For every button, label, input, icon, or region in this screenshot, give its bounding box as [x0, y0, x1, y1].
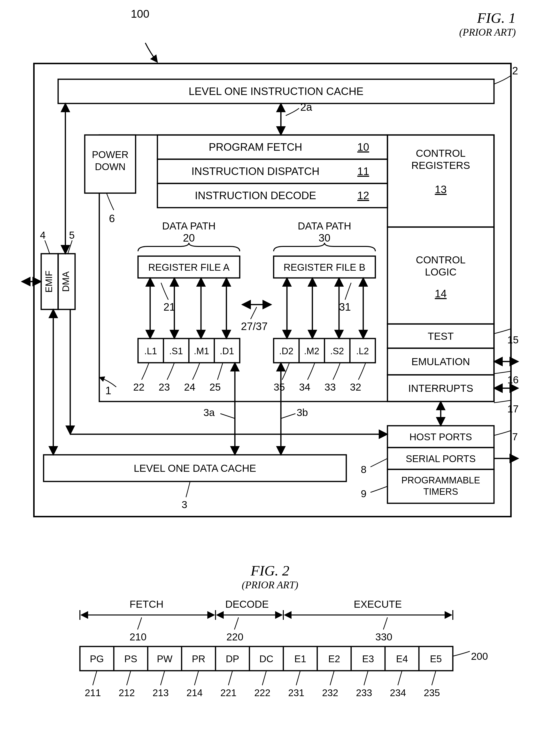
- ref-30: 30: [319, 232, 331, 244]
- stage-E4: E4: [396, 654, 408, 664]
- ref-234: 234: [390, 687, 406, 698]
- ref-25: 25: [209, 381, 221, 393]
- ref-214: 214: [187, 687, 203, 698]
- datapath-a: DATA PATH: [162, 220, 216, 232]
- ref-20: 20: [183, 232, 195, 244]
- ref-100: 100: [131, 7, 149, 20]
- ref-17: 17: [507, 403, 519, 415]
- ref-15: 15: [507, 334, 519, 345]
- fig1-diagram: LEVEL ONE INSTRUCTION CACHE 2 2a POWER D…: [10, 38, 530, 547]
- ref-3b: 3b: [297, 407, 308, 418]
- ref-2a: 2a: [300, 101, 312, 113]
- unit-L1: .L1: [144, 346, 157, 356]
- ref-1: 1: [105, 385, 111, 396]
- fig2-subtitle: (PRIOR ART): [10, 579, 530, 591]
- progtimers-2: TIMERS: [423, 486, 458, 497]
- ref-210: 210: [130, 631, 147, 643]
- powerdown-2: DOWN: [95, 161, 126, 172]
- l1icache-label: LEVEL ONE INSTRUCTION CACHE: [189, 85, 363, 97]
- stage-PR: PR: [192, 654, 205, 664]
- ref-211: 211: [85, 687, 101, 698]
- ref-23: 23: [159, 381, 170, 393]
- ref-2: 2: [512, 65, 518, 77]
- ref-13: 13: [435, 183, 447, 195]
- ref-10: 10: [357, 141, 369, 153]
- stage-PW: PW: [157, 654, 173, 664]
- unit-M2: .M2: [304, 346, 319, 356]
- unit-S1: .S1: [169, 346, 183, 356]
- ref-222: 222: [254, 687, 270, 698]
- l1dcache: LEVEL ONE DATA CACHE: [134, 463, 256, 474]
- powerdown-1: POWER: [92, 149, 128, 160]
- instdispatch: INSTRUCTION DISPATCH: [192, 165, 320, 177]
- ref-16: 16: [507, 374, 519, 386]
- unit-S2: .S2: [330, 346, 344, 356]
- ref-9: 9: [361, 488, 366, 499]
- unit-D2: .D2: [279, 346, 293, 356]
- ref-213: 213: [153, 687, 169, 698]
- stage-E3: E3: [362, 654, 374, 664]
- ref-4: 4: [40, 230, 46, 241]
- ref-220: 220: [226, 631, 243, 643]
- stage-E1: E1: [295, 654, 306, 664]
- ctrlreg-2: REGISTERS: [411, 160, 470, 171]
- ref-233: 233: [356, 687, 372, 698]
- fig1-subtitle: (PRIOR ART): [10, 26, 516, 38]
- svg-rect-46: [387, 470, 494, 503]
- ref-7: 7: [512, 431, 518, 443]
- instdecode: INSTRUCTION DECODE: [195, 189, 316, 201]
- ref-2737: 27/37: [241, 320, 268, 332]
- ref-221: 221: [220, 687, 237, 698]
- unit-M1: .M1: [194, 346, 209, 356]
- stage-E2: E2: [329, 654, 340, 664]
- interrupts: INTERRUPTS: [408, 383, 473, 394]
- ref-231: 231: [288, 687, 304, 698]
- ref-31: 31: [339, 301, 351, 313]
- progtimers-1: PROGRAMMABLE: [401, 475, 480, 485]
- ref-330: 330: [375, 631, 392, 643]
- regfileB: REGISTER FILE B: [284, 262, 365, 273]
- fig2-diagram: FETCH DECODE EXECUTE 210 220 330 PG PS P…: [10, 591, 530, 712]
- ref-34: 34: [299, 381, 311, 393]
- regfileA: REGISTER FILE A: [148, 262, 229, 273]
- decode-label: DECODE: [225, 599, 269, 610]
- stage-PS: PS: [124, 654, 137, 664]
- ctrlreg-1: CONTROL: [416, 147, 466, 159]
- dma: DMA: [61, 271, 71, 292]
- ref-232: 232: [322, 687, 338, 698]
- fig2-title: FIG. 2: [10, 562, 530, 579]
- emulation: EMULATION: [411, 356, 470, 367]
- unit-D1: .D1: [220, 346, 234, 356]
- hostports: HOST PORTS: [409, 432, 472, 442]
- ref-200: 200: [471, 651, 488, 662]
- ref-33: 33: [325, 381, 336, 393]
- ref-12: 12: [357, 189, 369, 201]
- ref-3a: 3a: [203, 407, 215, 418]
- fig1-title: FIG. 1: [10, 10, 516, 26]
- execute-label: EXECUTE: [354, 599, 402, 610]
- ref-212: 212: [119, 687, 135, 698]
- ref-3: 3: [182, 499, 187, 510]
- ctrllogic-2: LOGIC: [425, 266, 457, 278]
- ref-6: 6: [109, 213, 115, 224]
- ref-35: 35: [274, 381, 285, 393]
- ref-235: 235: [424, 687, 440, 698]
- progfetch: PROGRAM FETCH: [209, 141, 302, 153]
- serialports: SERIAL PORTS: [406, 453, 476, 464]
- stage-DP: DP: [226, 654, 239, 664]
- ref-21: 21: [164, 301, 175, 313]
- fetch-label: FETCH: [130, 599, 164, 610]
- datapath-b: DATA PATH: [298, 220, 351, 232]
- ref-8: 8: [361, 464, 366, 475]
- ref-14: 14: [435, 287, 447, 299]
- stage-E5: E5: [430, 654, 442, 664]
- stage-PG: PG: [90, 654, 104, 664]
- ref-11: 11: [357, 165, 369, 177]
- ctrllogic-1: CONTROL: [416, 254, 466, 266]
- ref-22: 22: [133, 381, 145, 393]
- stage-DC: DC: [259, 654, 273, 664]
- ref-32: 32: [350, 381, 361, 393]
- emif: EMIF: [44, 271, 54, 293]
- test: TEST: [428, 330, 454, 342]
- ref-24: 24: [184, 381, 196, 393]
